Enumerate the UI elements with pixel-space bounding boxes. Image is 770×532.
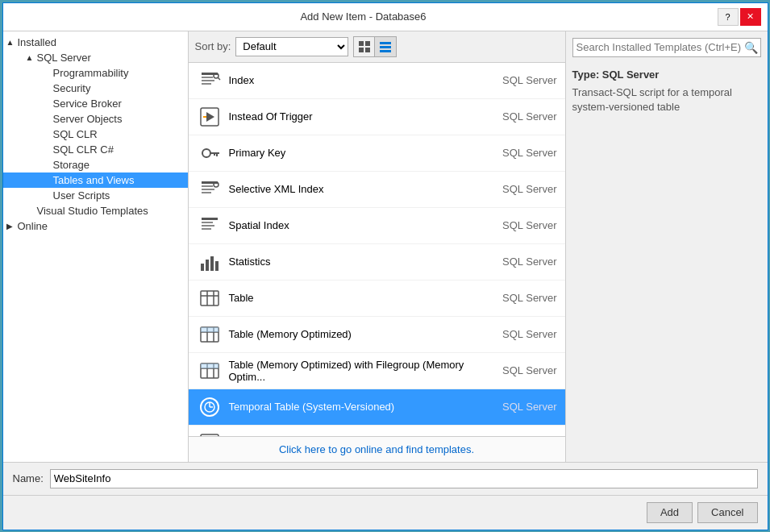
item-instead-trigger-type: SQL Server — [502, 110, 556, 123]
installed-label: Installed — [18, 36, 56, 48]
trigger-icon — [197, 430, 223, 436]
tree-item-tables-and-views[interactable]: Tables and Views — [3, 172, 188, 188]
dialog-title: Add New Item - Database6 — [10, 10, 718, 23]
item-table-memory[interactable]: Table (Memory Optimized) SQL Server — [189, 317, 565, 353]
tree-item-sql-clr[interactable]: SQL CLR — [3, 127, 188, 142]
type-desc: Transact-SQL script for a temporal syste… — [572, 85, 761, 114]
item-primary-key-type: SQL Server — [502, 147, 556, 159]
svg-rect-5 — [380, 46, 391, 48]
tree-item-sql-clr-csharp[interactable]: SQL CLR C# — [3, 142, 188, 157]
item-statistics-type: SQL Server — [502, 256, 556, 268]
svg-rect-41 — [201, 327, 219, 332]
search-wrap: 🔍 — [572, 38, 761, 57]
footer-link-area: Click here to go online and find templat… — [189, 436, 565, 462]
search-input[interactable] — [572, 38, 761, 57]
tree-item-online[interactable]: ▶ Online — [3, 218, 188, 234]
type-label: Type: SQL Server — [572, 69, 761, 81]
close-button[interactable]: ✕ — [740, 8, 761, 26]
tree-item-installed[interactable]: ▲ Installed — [3, 35, 188, 50]
name-label: Name: — [13, 472, 44, 484]
svg-rect-28 — [202, 228, 211, 230]
add-button[interactable]: Add — [647, 502, 693, 523]
title-bar-buttons: ? ✕ — [718, 8, 761, 26]
item-trigger[interactable]: Trigger SQL Server — [189, 426, 565, 436]
sql-server-label: SQL Server — [37, 52, 91, 64]
tree-item-visual-studio-templates[interactable]: Visual Studio Templates — [3, 203, 188, 218]
tree-item-programmability[interactable]: Programmability — [3, 65, 188, 81]
sql-server-arrow: ▲ — [26, 53, 37, 62]
svg-rect-30 — [206, 260, 209, 271]
item-temporal-table-name: Temporal Table (System-Versioned) — [229, 401, 503, 413]
svg-rect-29 — [201, 264, 204, 271]
item-selective-xml-type: SQL Server — [502, 183, 556, 195]
tree-item-security[interactable]: Security — [3, 81, 188, 96]
item-table-memory-fg-type: SQL Server — [502, 364, 556, 376]
security-label: Security — [53, 82, 91, 94]
svg-rect-33 — [201, 291, 219, 305]
item-statistics[interactable]: Statistics SQL Server — [189, 244, 565, 281]
svg-rect-32 — [215, 261, 219, 271]
table-memory-fg-icon — [197, 358, 223, 384]
dialog: Add New Item - Database6 ? ✕ ▲ Installed… — [2, 2, 768, 530]
spatial-index-icon — [197, 213, 223, 239]
tree-item-sql-server[interactable]: ▲ SQL Server — [3, 50, 188, 65]
svg-rect-8 — [202, 77, 213, 78]
tree-item-storage[interactable]: Storage — [3, 157, 188, 172]
name-input[interactable] — [50, 469, 758, 488]
svg-line-12 — [218, 77, 220, 80]
left-panel: ▲ Installed ▲ SQL Server Programmability… — [3, 31, 189, 462]
selective-xml-icon — [197, 177, 223, 202]
item-table-memory-fg[interactable]: Table (Memory Optimized) with Filegroup … — [189, 353, 565, 389]
svg-marker-14 — [206, 112, 214, 122]
item-selective-xml-name: Selective XML Index — [229, 183, 503, 195]
item-instead-of-trigger[interactable]: Instead Of Trigger SQL Server — [189, 99, 565, 135]
item-table[interactable]: Table SQL Server — [189, 281, 565, 317]
sort-select[interactable]: Default Name Type — [235, 37, 348, 56]
item-index[interactable]: Index SQL Server — [189, 63, 565, 99]
svg-rect-2 — [359, 48, 364, 52]
action-buttons: Add Cancel — [3, 495, 768, 530]
item-statistics-name: Statistics — [229, 256, 503, 268]
svg-rect-1 — [365, 41, 370, 46]
item-primary-key[interactable]: Primary Key SQL Server — [189, 135, 565, 172]
instead-trigger-icon — [197, 104, 223, 130]
svg-rect-4 — [380, 42, 391, 44]
installed-arrow: ▲ — [6, 38, 18, 47]
online-label: Online — [18, 220, 48, 232]
title-bar: Add New Item - Database6 ? ✕ — [3, 3, 768, 31]
item-temporal-table[interactable]: Temporal Table (System-Versioned) SQL Se… — [189, 389, 565, 426]
tables-and-views-label: Tables and Views — [53, 174, 135, 186]
sql-clr-label: SQL CLR — [53, 128, 98, 140]
cancel-button[interactable]: Cancel — [697, 502, 757, 523]
view-toggle — [353, 36, 397, 57]
tree-item-user-scripts[interactable]: User Scripts — [3, 188, 188, 203]
item-spatial-index-type: SQL Server — [502, 219, 556, 231]
item-spatial-index[interactable]: Spatial Index SQL Server — [189, 208, 565, 244]
item-table-memory-name: Table (Memory Optimized) — [229, 328, 503, 340]
tree-item-server-objects[interactable]: Server Objects — [3, 111, 188, 127]
svg-rect-23 — [202, 192, 211, 193]
online-arrow: ▶ — [6, 222, 18, 231]
temporal-table-icon — [197, 394, 223, 420]
table-icon — [197, 285, 223, 311]
online-templates-link[interactable]: Click here to go online and find templat… — [279, 443, 474, 455]
item-index-type: SQL Server — [502, 74, 556, 86]
storage-label: Storage — [53, 159, 90, 171]
center-panel: Sort by: Default Name Type — [189, 31, 566, 462]
sql-clr-csharp-label: SQL CLR C# — [53, 143, 114, 156]
svg-rect-0 — [359, 41, 364, 46]
svg-rect-6 — [380, 50, 391, 52]
svg-rect-25 — [202, 218, 218, 220]
list-view-button[interactable] — [375, 37, 396, 56]
tree-item-service-broker[interactable]: Service Broker — [3, 96, 188, 111]
primary-key-icon — [197, 140, 223, 166]
item-primary-key-name: Primary Key — [229, 147, 503, 159]
sort-label: Sort by: — [195, 40, 231, 52]
help-button[interactable]: ? — [718, 8, 739, 26]
right-panel: 🔍 Type: SQL Server Transact-SQL script f… — [566, 31, 768, 462]
item-table-memory-fg-name: Table (Memory Optimized) with Filegroup … — [229, 359, 503, 383]
toolbar: Sort by: Default Name Type — [189, 31, 565, 63]
grid-view-button[interactable] — [354, 37, 375, 56]
item-selective-xml-index[interactable]: Selective XML Index SQL Server — [189, 172, 565, 208]
svg-rect-3 — [365, 48, 370, 52]
